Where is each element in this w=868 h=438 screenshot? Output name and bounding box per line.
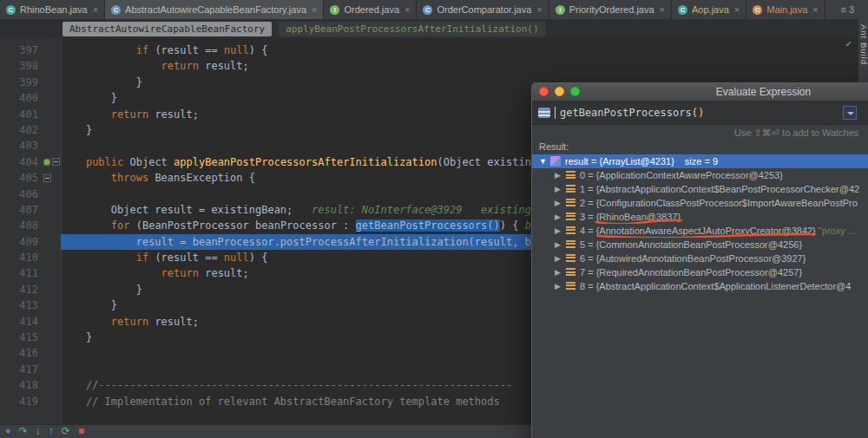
line-number[interactable]: 403	[0, 138, 43, 154]
close-icon[interactable]: ×	[312, 4, 317, 15]
gutter[interactable]: 412	[0, 282, 61, 297]
line-number[interactable]: 419	[0, 394, 43, 409]
editor-tab[interactable]: IOrdered.java×	[324, 0, 417, 19]
code-line[interactable]: if (result == null) {	[61, 42, 858, 58]
breadcrumb-class[interactable]: AbstractAutowireCapableBeanFactory	[62, 22, 272, 36]
chevron-right-icon[interactable]: ▶	[555, 268, 566, 277]
hidden-tabs-indicator[interactable]: ≡3	[840, 0, 868, 19]
chevron-right-icon[interactable]: ▶	[555, 212, 566, 221]
editor-tab[interactable]: IPriorityOrdered.java×	[549, 0, 672, 19]
step-into-icon[interactable]: ↓	[36, 425, 41, 437]
tree-item[interactable]: ▶0 = {ApplicationContextAwareProcessor@4…	[532, 168, 868, 182]
line-number[interactable]: 412	[0, 282, 43, 297]
fold-icon[interactable]	[43, 174, 51, 182]
stop-icon[interactable]: ■	[78, 425, 84, 437]
gutter[interactable]: 411	[0, 265, 61, 281]
chevron-right-icon[interactable]: ▶	[555, 254, 566, 263]
tree-item[interactable]: ▶5 = {CommonAnnotationBeanPostProcessor@…	[532, 238, 868, 252]
close-icon[interactable]: ×	[93, 4, 98, 15]
dialog-titlebar[interactable]: Evaluate Expression	[532, 83, 868, 101]
close-icon[interactable]: ×	[404, 4, 410, 15]
gutter[interactable]: 409	[0, 234, 61, 250]
chevron-right-icon[interactable]: ▶	[555, 240, 566, 249]
gutter[interactable]: 414	[0, 314, 61, 330]
line-number[interactable]: 397	[0, 42, 43, 58]
tree-item[interactable]: ▶6 = {AutowiredAnnotationBeanPostProcess…	[532, 252, 868, 265]
gutter[interactable]: 418	[0, 377, 61, 393]
code-line[interactable]: return result;	[61, 58, 858, 74]
line-number[interactable]: 406	[0, 186, 43, 202]
gutter[interactable]: 419	[0, 394, 61, 409]
line-number[interactable]: 401	[0, 107, 43, 122]
step-over-icon[interactable]: ↷	[19, 425, 28, 437]
line-number[interactable]: 404	[0, 154, 43, 170]
line-number[interactable]: 418	[0, 377, 43, 393]
tree-item[interactable]: ▶4 = {AnnotationAwareAspectJAutoProxyCre…	[532, 224, 868, 238]
expand-expression-button[interactable]	[843, 106, 857, 120]
line-number[interactable]: 416	[0, 345, 43, 361]
gutter[interactable]: 401	[0, 107, 61, 122]
editor-tab[interactable]: CAop.java×	[672, 0, 746, 19]
gutter[interactable]: 408	[0, 218, 61, 233]
line-number[interactable]: 413	[0, 297, 43, 313]
close-icon[interactable]: ×	[660, 4, 665, 15]
editor-tab[interactable]: COrderComparator.java×	[417, 0, 549, 19]
close-icon[interactable]: ×	[734, 4, 740, 15]
editor-tab[interactable]: CMain.java×	[746, 0, 825, 19]
line-number[interactable]: 399	[0, 75, 43, 90]
line-number[interactable]: 415	[0, 330, 43, 345]
gutter[interactable]: 415	[0, 330, 61, 345]
minimize-button[interactable]	[555, 87, 564, 96]
chevron-right-icon[interactable]: ▶	[555, 185, 566, 193]
editor-tab[interactable]: CAbstractAutowireCapableBeanFactory.java…	[105, 0, 324, 19]
chevron-right-icon[interactable]: ▶	[555, 199, 566, 207]
gutter[interactable]: 417	[0, 362, 61, 377]
gutter[interactable]: 397	[0, 42, 61, 58]
expression-value[interactable]: getBeanPostProcessors()	[560, 107, 704, 119]
chevron-right-icon[interactable]: ▶	[555, 282, 566, 291]
line-number[interactable]: 408	[0, 218, 43, 233]
inspection-status-icon[interactable]: ✔	[845, 38, 852, 49]
tree-item[interactable]: ▶3 = {RhinoBean@3837}	[532, 210, 868, 224]
line-number[interactable]: 398	[0, 58, 43, 74]
expression-field[interactable]: getBeanPostProcessors()	[532, 101, 868, 125]
chevron-right-icon[interactable]: ▶	[555, 171, 566, 180]
gutter[interactable]: 407	[0, 202, 61, 218]
gutter[interactable]: 406	[0, 186, 61, 202]
gutter[interactable]: 413	[0, 297, 61, 313]
line-number[interactable]: 411	[0, 265, 43, 281]
fold-icon[interactable]	[52, 158, 60, 166]
step-out-icon[interactable]: ↑	[49, 425, 54, 437]
line-number[interactable]: 417	[0, 362, 43, 377]
close-icon[interactable]: ×	[812, 4, 818, 15]
gutter[interactable]: 416	[0, 345, 61, 361]
line-number[interactable]: 400	[0, 90, 43, 106]
zoom-button[interactable]	[570, 87, 580, 96]
gutter[interactable]: 410	[0, 250, 61, 265]
line-number[interactable]: 414	[0, 314, 43, 330]
line-number[interactable]: 405	[0, 170, 43, 186]
gutter[interactable]: 402	[0, 122, 61, 138]
tree-root-row[interactable]: ▼result = {ArrayList@4231}size = 9	[532, 154, 868, 168]
tree-item[interactable]: ▶7 = {RequiredAnnotationBeanPostProcesso…	[532, 265, 868, 279]
close-icon[interactable]: ×	[536, 4, 542, 15]
gutter[interactable]: 399	[0, 75, 61, 90]
gutter[interactable]: 398	[0, 58, 61, 74]
line-number[interactable]: 407	[0, 202, 43, 218]
line-number[interactable]: 409	[0, 234, 43, 250]
line-number[interactable]: 402	[0, 122, 43, 138]
tree-item[interactable]: ▶2 = {ConfigurationClassPostProcessor$Im…	[532, 196, 868, 210]
tree-item[interactable]: ▶1 = {AbstractApplicationContext$BeanPos…	[532, 182, 868, 196]
gutter[interactable]: 403	[0, 138, 61, 154]
gutter[interactable]: 405	[0, 170, 61, 186]
chevron-right-icon[interactable]: ▶	[555, 226, 566, 235]
tree-item[interactable]: ▶8 = {AbstractApplicationContext$Applica…	[532, 279, 868, 293]
restart-icon[interactable]: ⟳	[62, 425, 70, 437]
gutter[interactable]: 404	[0, 154, 61, 170]
close-button[interactable]	[539, 87, 549, 96]
breadcrumb-method[interactable]: applyBeanPostProcessorsAfterInitializati…	[279, 22, 545, 36]
gutter[interactable]: 400	[0, 90, 61, 106]
ant-build-button[interactable]: Ant Build	[859, 24, 868, 65]
line-number[interactable]: 410	[0, 250, 43, 265]
editor-tab[interactable]: CRhinoBean.java×	[0, 0, 105, 19]
